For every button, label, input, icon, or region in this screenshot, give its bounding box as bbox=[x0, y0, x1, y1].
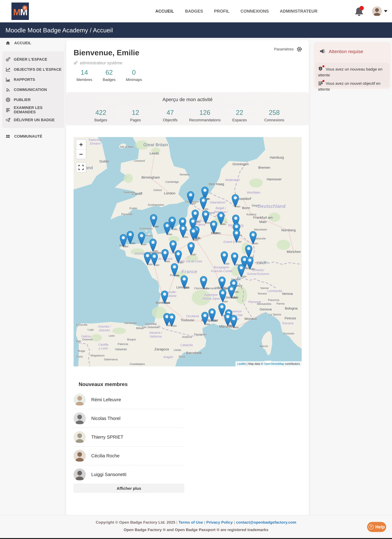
map-marker[interactable] bbox=[201, 312, 211, 326]
map-marker[interactable] bbox=[171, 263, 181, 277]
marker-pin-icon bbox=[187, 191, 197, 205]
map-marker[interactable] bbox=[187, 191, 197, 205]
map-marker[interactable] bbox=[161, 290, 171, 305]
notifications-bell[interactable] bbox=[354, 6, 364, 17]
sidebar-item-gerer-espace[interactable]: GÉRER L'ESPACE bbox=[2, 54, 64, 64]
activity-stat[interactable]: 126 Recommandations bbox=[187, 109, 222, 122]
map-marker[interactable] bbox=[249, 231, 260, 245]
terms-link[interactable]: Terms of Use bbox=[179, 520, 203, 525]
stat-column: 0 Minimaps bbox=[121, 69, 146, 82]
user-menu[interactable] bbox=[372, 6, 387, 16]
activity-stat-value: 422 bbox=[83, 109, 118, 116]
leaflet-link[interactable]: Leaflet bbox=[237, 362, 246, 365]
map-marker[interactable] bbox=[150, 214, 160, 228]
map-marker[interactable] bbox=[220, 251, 231, 265]
sidebar-item-examiner[interactable]: EXAMINER LES DEMANDES bbox=[2, 105, 64, 115]
marker-pin-icon bbox=[150, 253, 161, 266]
contact-link[interactable]: contact@openbadgefactory.com bbox=[236, 520, 296, 525]
map-marker[interactable] bbox=[238, 264, 248, 278]
map-marker[interactable] bbox=[120, 234, 130, 248]
space-stats: 14 Membres 62 Badges 0 Minimaps bbox=[72, 69, 146, 82]
map-marker[interactable] bbox=[200, 197, 210, 211]
marker-pin-icon bbox=[179, 225, 190, 238]
attention-item-objective[interactable]: Vous avez un nouvel objectif en attente bbox=[318, 81, 387, 92]
map-marker[interactable] bbox=[190, 227, 200, 242]
fullscreen-button[interactable] bbox=[76, 162, 86, 173]
privacy-link[interactable]: Privacy Policy bbox=[206, 520, 233, 525]
member-name: Rémi Lefeuvre bbox=[91, 397, 121, 402]
osm-link[interactable]: OpenStreetMap bbox=[264, 362, 284, 365]
zoom-in-button[interactable]: + bbox=[76, 140, 86, 149]
nav-item[interactable]: BADGES bbox=[185, 9, 203, 14]
member-row[interactable]: Thierry SPRIET bbox=[74, 428, 184, 447]
attention-item-text: Vous avez un nouvel objectif en attente bbox=[318, 81, 380, 91]
member-row[interactable]: Nicolas Thorel bbox=[74, 409, 184, 428]
zoom-out-button[interactable]: − bbox=[76, 149, 86, 159]
map-marker[interactable] bbox=[219, 289, 229, 303]
member-name: Luiggi Sansonetti bbox=[91, 472, 126, 477]
member-row[interactable]: Rémi Lefeuvre bbox=[74, 390, 184, 409]
activity-title: Aperçu de mon activité bbox=[66, 92, 309, 102]
map-marker[interactable] bbox=[161, 249, 172, 263]
nav-right bbox=[354, 0, 387, 22]
alert-dot bbox=[322, 80, 325, 82]
member-row[interactable]: Luiggi Sansonetti bbox=[74, 465, 184, 484]
brand-logo[interactable]: MM fr bbox=[11, 3, 29, 20]
sidebar-item-objectifs[interactable]: OBJECTIFS DE L'ESPACE bbox=[2, 64, 64, 75]
nav-item[interactable]: CONNEXIONS bbox=[241, 9, 269, 14]
nav-item[interactable]: PROFIL bbox=[214, 9, 229, 14]
sidebar-item-accueil[interactable]: ACCUEIL bbox=[0, 38, 66, 48]
marker-pin-icon bbox=[230, 315, 240, 329]
gears-icon bbox=[74, 61, 78, 65]
map-marker[interactable] bbox=[174, 250, 185, 264]
map-marker[interactable] bbox=[218, 276, 229, 291]
nav-item[interactable]: ACCUEIL bbox=[155, 9, 174, 14]
attention-item-badge[interactable]: Vous avez un nouveau badge en attente bbox=[318, 66, 387, 78]
marker-pin-icon bbox=[238, 264, 248, 278]
map-marker[interactable] bbox=[163, 222, 174, 236]
avatar-silhouette bbox=[74, 431, 86, 443]
activity-stat[interactable]: 422 Badges bbox=[83, 109, 118, 122]
sidebar-item-rapports[interactable]: RAPPORTS bbox=[2, 75, 64, 85]
map-marker[interactable] bbox=[150, 253, 161, 267]
show-more-button[interactable]: Afficher plus bbox=[74, 484, 184, 493]
stat-label: Membres bbox=[72, 77, 97, 82]
sidebar-item-delivrer[interactable]: DÉLIVRER UN BADGE bbox=[2, 115, 64, 125]
map-marker[interactable] bbox=[230, 315, 240, 329]
map-marker[interactable] bbox=[200, 276, 210, 290]
map-marker[interactable] bbox=[180, 275, 191, 289]
footer: Copyright © Open Badge Factory Ltd. 2025… bbox=[0, 515, 392, 538]
map-marker[interactable] bbox=[233, 229, 243, 243]
activity-stat[interactable]: 12 Pages bbox=[118, 109, 153, 122]
stat-label: Badges bbox=[97, 77, 121, 82]
map-marker[interactable] bbox=[232, 194, 242, 208]
attention-panel: Attention requise Vous avez un nouveau b… bbox=[314, 42, 391, 89]
activity-stat[interactable]: 258 Connexions bbox=[257, 109, 292, 122]
member-name: Thierry SPRIET bbox=[91, 434, 123, 440]
member-row[interactable]: Cécilia Roche bbox=[74, 447, 184, 465]
activity-stat[interactable]: 22 Espaces bbox=[222, 109, 257, 122]
attention-title: Attention requise bbox=[329, 49, 363, 54]
attention-header: Attention requise bbox=[314, 42, 391, 54]
fullscreen-icon bbox=[78, 164, 84, 170]
settings-button[interactable]: Paramètres bbox=[274, 46, 302, 52]
help-button[interactable]: ? Help bbox=[367, 522, 386, 532]
sidebar-item-communication[interactable]: COMMUNICATION bbox=[2, 85, 64, 95]
sidebar-item-communaute[interactable]: COMMUNAUTÉ bbox=[0, 131, 66, 141]
avatar-silhouette bbox=[74, 412, 86, 424]
members-map[interactable]: Great BritainTuaisceart ÉireannIsle of M… bbox=[74, 137, 302, 366]
sidebar: ACCUEIL GÉRER L'ESPACE OBJECTIFS DE L'ES… bbox=[0, 38, 66, 141]
activity-stats: 422 Badges 12 Pages 47 Objectifs 126 Rec… bbox=[66, 102, 309, 122]
activity-stat-label: Espaces bbox=[222, 118, 257, 122]
activity-stat[interactable]: 47 Objectifs bbox=[153, 109, 187, 122]
sidebar-item-label: DÉLIVRER UN BADGE bbox=[14, 118, 55, 122]
map-marker[interactable] bbox=[187, 242, 198, 256]
map-marker[interactable] bbox=[179, 225, 190, 239]
sidebar-item-publier[interactable]: PUBLIER bbox=[2, 95, 64, 105]
nav-item[interactable]: ADMINISTRATEUR bbox=[280, 9, 317, 14]
map-marker[interactable] bbox=[168, 313, 178, 328]
map-marker[interactable] bbox=[138, 232, 148, 246]
map-marker[interactable] bbox=[149, 239, 160, 253]
map-marker[interactable] bbox=[210, 221, 220, 235]
breadcrumb-bar: Moodle Moot Badge Academy / Accueil bbox=[0, 22, 392, 38]
